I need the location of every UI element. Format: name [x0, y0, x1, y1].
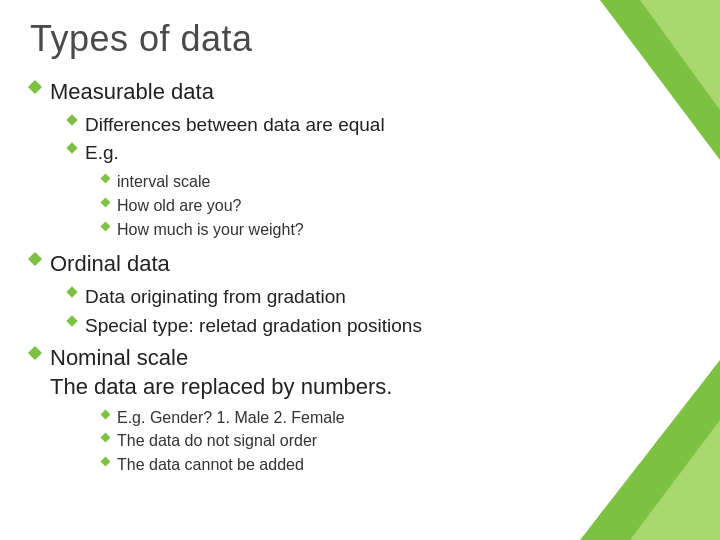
list-item: interval scale — [102, 172, 690, 193]
list-item: E.g. Gender? 1. Male 2. Female — [102, 408, 690, 429]
list-item: Differences between data are equal — [68, 113, 690, 138]
bullet-diamond — [66, 143, 77, 154]
nominal-no-order-label: The data do not signal order — [117, 431, 317, 452]
data-originating-label: Data originating from gradation — [85, 285, 346, 310]
eg-label: E.g. — [85, 141, 119, 166]
bullet-diamond — [101, 174, 111, 184]
list-item: Nominal scale The data are replaced by n… — [30, 344, 690, 401]
eg-how-much-label: How much is your weight? — [117, 220, 304, 241]
nominal-no-add-label: The data cannot be added — [117, 455, 304, 476]
list-item: Ordinal data — [30, 250, 690, 279]
bullet-diamond — [101, 221, 111, 231]
measurable-data-label: Measurable data — [50, 78, 214, 107]
bullet-diamond — [101, 197, 111, 207]
list-item: How old are you? — [102, 196, 690, 217]
bullet-diamond — [66, 114, 77, 125]
bullet-diamond — [66, 315, 77, 326]
list-item: The data cannot be added — [102, 455, 690, 476]
special-type-label: Special type: reletad gradation position… — [85, 314, 422, 339]
bullet-diamond — [101, 457, 111, 467]
list-item: E.g. — [68, 141, 690, 166]
bullet-diamond — [28, 252, 42, 266]
eg-how-old-label: How old are you? — [117, 196, 242, 217]
page-title: Types of data — [30, 18, 690, 60]
differences-label: Differences between data are equal — [85, 113, 385, 138]
bullet-diamond — [66, 286, 77, 297]
nominal-scale-label: Nominal scale The data are replaced by n… — [50, 344, 392, 401]
list-item: The data do not signal order — [102, 431, 690, 452]
nominal-eg-label: E.g. Gender? 1. Male 2. Female — [117, 408, 345, 429]
bullet-diamond — [28, 346, 42, 360]
main-content: Types of data Measurable data Difference… — [0, 0, 720, 492]
bullet-diamond — [101, 433, 111, 443]
bullet-diamond — [101, 409, 111, 419]
bullet-diamond — [28, 80, 42, 94]
nominal-replace-label: The data are replaced by numbers. — [50, 374, 392, 399]
list-item: Special type: reletad gradation position… — [68, 314, 690, 339]
list-item: Data originating from gradation — [68, 285, 690, 310]
list-item: How much is your weight? — [102, 220, 690, 241]
eg-interval-label: interval scale — [117, 172, 210, 193]
list-item: Measurable data — [30, 78, 690, 107]
ordinal-data-label: Ordinal data — [50, 250, 170, 279]
